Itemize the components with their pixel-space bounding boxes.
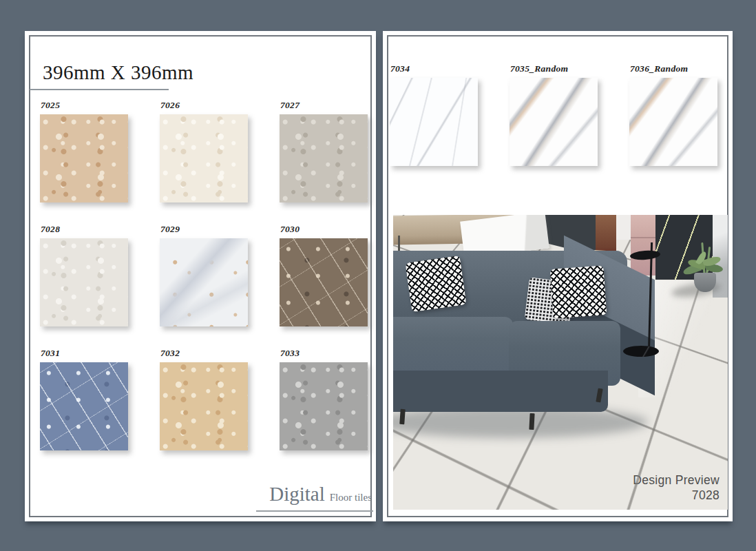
tile-sample-7031: 7031 bbox=[40, 348, 128, 450]
tile-label: 7029 bbox=[160, 224, 248, 235]
white-tile-sample bbox=[616, 215, 632, 240]
tile-sample-7027: 7027 bbox=[280, 100, 368, 202]
tile-swatch bbox=[160, 238, 248, 326]
tile-swatch bbox=[280, 114, 368, 202]
tile-sample-7032: 7032 bbox=[160, 348, 248, 450]
tile-swatch bbox=[629, 78, 717, 166]
tile-swatch bbox=[510, 78, 598, 166]
tile-swatch bbox=[280, 238, 368, 326]
tile-swatch bbox=[390, 78, 478, 166]
tile-swatch bbox=[40, 238, 128, 326]
tile-swatch bbox=[40, 362, 128, 450]
tile-label: 7026 bbox=[160, 100, 248, 111]
tile-sample-7036-random: 7036_Random bbox=[629, 63, 717, 166]
size-title: 396mm X 396mm bbox=[43, 61, 193, 84]
tile-label: 7034 bbox=[390, 63, 478, 74]
tile-sample-7034: 7034 bbox=[390, 63, 478, 166]
tile-sample-7030: 7030 bbox=[280, 224, 368, 326]
catalog-left-panel: 396mm X 396mm 7025 7026 7027 7028 7029 7… bbox=[25, 31, 376, 521]
design-preview-code: 7028 bbox=[633, 488, 720, 503]
design-preview-caption: Design Preview 7028 bbox=[633, 473, 720, 503]
console-leg bbox=[398, 236, 400, 251]
tile-label: 7027 bbox=[280, 100, 368, 111]
brand-tagline: Floor tiles bbox=[330, 492, 372, 503]
brand-name: Digital bbox=[269, 484, 325, 504]
tile-label: 7030 bbox=[280, 224, 368, 235]
zigzag-pillow bbox=[405, 256, 466, 312]
tile-swatch bbox=[40, 114, 128, 202]
room-preview-photo: Design Preview 7028 bbox=[393, 215, 728, 510]
tile-label: 7035_Random bbox=[510, 63, 598, 74]
sofa-leg bbox=[529, 413, 534, 430]
design-preview-title: Design Preview bbox=[633, 473, 720, 488]
tile-sample-7028: 7028 bbox=[40, 224, 128, 326]
tile-swatch bbox=[160, 362, 248, 450]
tile-sample-7029: 7029 bbox=[160, 224, 248, 326]
tile-sample-7025: 7025 bbox=[40, 100, 128, 202]
zigzag-pillow bbox=[550, 265, 607, 318]
tile-sample-7026: 7026 bbox=[160, 100, 248, 202]
tile-label: 7028 bbox=[41, 224, 128, 235]
tile-label: 7025 bbox=[41, 100, 128, 111]
tile-label: 7033 bbox=[280, 348, 368, 359]
catalog-right-panel: 7034 7035_Random 7036_Random bbox=[383, 31, 733, 521]
title-underline bbox=[30, 89, 169, 90]
tile-swatch bbox=[160, 114, 248, 202]
tile-label: 7031 bbox=[41, 348, 128, 359]
pink-tile-samples bbox=[631, 215, 657, 276]
tile-label: 7036_Random bbox=[630, 63, 717, 74]
floor-lamp-base bbox=[623, 346, 659, 357]
tile-sample-7035-random: 7035_Random bbox=[510, 63, 598, 166]
tile-swatch bbox=[280, 362, 368, 450]
sofa-base bbox=[393, 371, 608, 412]
brand-mark: Digital Floor tiles bbox=[256, 484, 373, 512]
tile-sample-7033: 7033 bbox=[280, 348, 368, 450]
tile-label: 7032 bbox=[160, 348, 248, 359]
